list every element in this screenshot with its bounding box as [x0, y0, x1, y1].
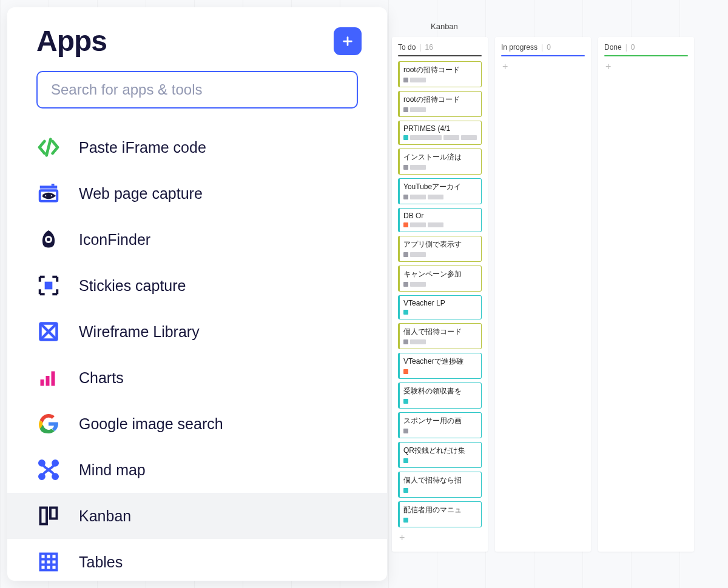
kanban-card[interactable]: キャンペーン参加 — [398, 266, 482, 292]
google-icon — [36, 412, 61, 436]
app-item-charts[interactable]: Charts — [7, 355, 387, 401]
kanban-card[interactable]: 配信者用のマニュ — [398, 501, 482, 527]
app-item-label: Kanban — [79, 507, 131, 525]
app-item-google-image-search[interactable]: Google image search — [7, 401, 387, 447]
app-item-label: Wireframe Library — [79, 323, 200, 341]
kanban-card[interactable]: スポンサー用の画 — [398, 412, 482, 438]
code-icon — [36, 135, 61, 159]
kanban-card[interactable]: インストール済は — [398, 149, 482, 175]
kanban-card[interactable]: rootの招待コード — [398, 91, 482, 117]
apps-title: Apps — [36, 24, 107, 58]
card-tag-chip — [403, 78, 408, 82]
card-tag-chip — [410, 107, 426, 112]
kanban-card[interactable]: PRTIMES (4/1 — [398, 121, 482, 145]
app-item-iconfinder[interactable]: IconFinder — [7, 216, 387, 262]
stickies-capture-icon — [36, 273, 61, 298]
app-item-label: Stickies capture — [79, 277, 186, 295]
svg-rect-10 — [45, 282, 53, 290]
column-count: 0 — [547, 43, 551, 52]
card-tag-chip — [428, 195, 443, 199]
app-item-label: Web page capture — [79, 185, 203, 202]
card-title: rootの招待コード — [403, 65, 477, 75]
card-tag-chip — [403, 165, 408, 170]
kanban-card[interactable]: VTeacher LP — [398, 295, 482, 319]
card-tag-chip — [410, 282, 426, 287]
card-chips — [403, 195, 477, 199]
card-chips — [403, 429, 477, 433]
card-tag-chip — [410, 165, 426, 170]
kanban-card[interactable]: VTeacherで進捗確 — [398, 353, 482, 379]
kanban-card[interactable]: アプリ側で表示す — [398, 236, 482, 262]
svg-line-2 — [47, 139, 51, 156]
card-tag-chip — [403, 429, 408, 433]
column-divider: | — [541, 43, 543, 52]
svg-point-9 — [47, 238, 50, 241]
svg-rect-21 — [41, 508, 47, 524]
app-item-stickies[interactable]: Stickies capture — [7, 262, 387, 309]
card-tag-chip — [410, 195, 426, 199]
column-divider: | — [419, 43, 421, 52]
kanban-card[interactable]: DB Or — [398, 208, 482, 232]
kanban-card[interactable]: 受験料の領収書を — [398, 383, 482, 409]
card-title: rootの招待コード — [403, 95, 477, 105]
add-card-button[interactable]: + — [398, 532, 482, 543]
svg-rect-14 — [41, 379, 44, 386]
column-done: Done | 0 + — [598, 37, 694, 552]
add-app-button[interactable] — [334, 27, 362, 55]
kanban-card[interactable]: 個人で招待なら招 — [398, 472, 482, 498]
column-rule — [398, 55, 482, 56]
card-chips — [403, 282, 477, 287]
card-chips — [403, 488, 477, 493]
mindmap-icon — [36, 458, 61, 482]
card-tag-chip — [403, 282, 408, 287]
app-item-label: Paste iFrame code — [79, 139, 206, 156]
card-tag-chip — [403, 488, 408, 493]
card-tag-chip — [403, 369, 408, 374]
add-card-button[interactable]: + — [604, 61, 688, 72]
card-tag-chip — [410, 252, 426, 257]
kanban-board: Kanban To do | 16 rootの招待コードrootの招待コードPR… — [388, 0, 728, 588]
svg-rect-4 — [52, 184, 55, 185]
app-item-kanban[interactable]: Kanban — [7, 493, 387, 539]
card-chips — [403, 135, 477, 140]
app-item-webcapture[interactable]: Web page capture — [7, 170, 387, 216]
column-header: Done | 0 — [604, 43, 688, 55]
app-item-label: IconFinder — [79, 231, 150, 249]
card-title: 受験料の領収書を — [403, 386, 477, 396]
svg-rect-15 — [46, 376, 50, 386]
apps-search-input[interactable] — [36, 71, 358, 109]
svg-rect-3 — [40, 185, 58, 189]
svg-rect-16 — [52, 372, 55, 386]
card-tag-chip — [410, 78, 426, 82]
card-tag-chip — [410, 339, 426, 344]
app-item-wireframe[interactable]: Wireframe Library — [7, 309, 387, 355]
add-card-button[interactable]: + — [501, 61, 585, 72]
card-tag-chip — [461, 135, 477, 140]
card-tag-chip — [443, 135, 459, 140]
kanban-card[interactable]: 個人で招待コード — [398, 323, 482, 349]
column-rule — [604, 55, 688, 56]
app-item-iframe[interactable]: Paste iFrame code — [7, 124, 387, 170]
kanban-card[interactable]: rootの招待コード — [398, 61, 482, 87]
card-chips — [403, 518, 477, 523]
cards-container: rootの招待コードrootの招待コードPRTIMES (4/1インストール済は… — [398, 61, 482, 527]
kanban-card[interactable]: YouTubeアーカイ — [398, 178, 482, 204]
card-chips — [403, 310, 477, 315]
column-divider: | — [625, 43, 627, 52]
app-item-tables[interactable]: Tables — [7, 539, 387, 581]
column-rule — [501, 55, 585, 56]
card-title: DB Or — [403, 212, 477, 220]
card-tag-chip — [403, 107, 408, 112]
card-tag-chip — [403, 252, 408, 257]
app-item-mindmap[interactable]: Mind map — [7, 447, 387, 493]
card-title: PRTIMES (4/1 — [403, 124, 477, 133]
card-tag-chip — [403, 135, 408, 140]
card-tag-chip — [403, 518, 408, 523]
board-columns: To do | 16 rootの招待コードrootの招待コードPRTIMES (… — [388, 37, 728, 552]
camera-eye-icon — [36, 181, 61, 205]
charts-icon — [36, 366, 61, 390]
wireframe-icon — [36, 319, 61, 344]
card-chips — [403, 107, 477, 112]
kanban-card[interactable]: QR投銭どれだけ集 — [398, 442, 482, 468]
card-chips — [403, 165, 477, 170]
